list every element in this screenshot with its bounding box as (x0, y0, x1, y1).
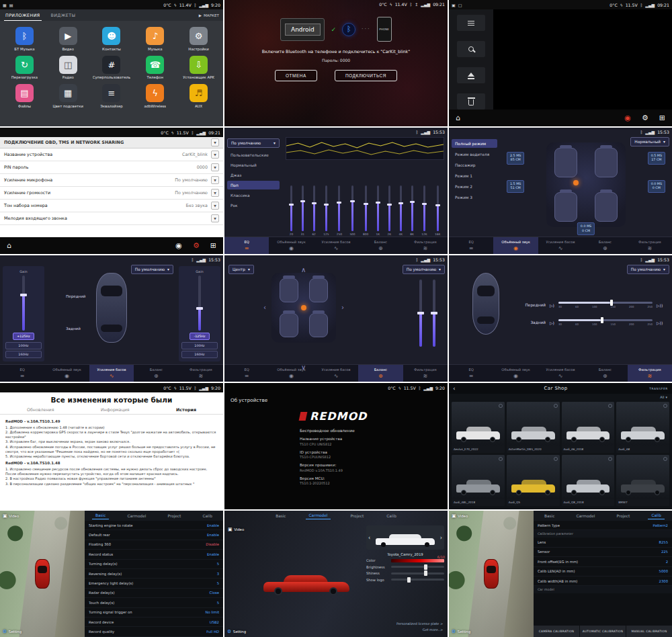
slider-knob[interactable] (417, 312, 424, 314)
launcher-tab[interactable]: ВИДЖЕТЫ (50, 10, 77, 21)
dropdown-button[interactable]: ▼ (211, 214, 219, 222)
audio-tab[interactable]: Объёмный звук ◉ (44, 365, 89, 382)
app-shortcut[interactable]: # Суперпользователь (90, 56, 134, 80)
brightness-slider[interactable] (391, 566, 444, 568)
audio-tab[interactable]: Объёмный звук ◉ (493, 237, 538, 254)
playlist-button[interactable] (457, 15, 485, 31)
settings-row[interactable]: PIN пароль 0000 ▼ (0, 161, 223, 174)
setting-button[interactable]: ⚙Setting (452, 629, 470, 634)
setting-button[interactable]: ⚙Setting (3, 629, 22, 634)
select-circle[interactable] (499, 457, 503, 461)
panel-tab[interactable]: Carmodel (306, 512, 331, 519)
eq-slider[interactable] (338, 185, 340, 231)
mode-item[interactable]: Режим 2 (452, 182, 497, 191)
select-circle[interactable] (663, 457, 667, 461)
panel-tab[interactable]: Calib (199, 513, 216, 519)
settings-row[interactable]: Тон набора номера Без звука ▼ (0, 200, 223, 212)
car-card[interactable]: BMW7 (616, 455, 669, 506)
preset-item[interactable]: Пользовательские (227, 151, 280, 159)
setting-value[interactable]: Enable (207, 552, 219, 556)
dropdown-button[interactable]: ▼ (211, 151, 219, 159)
market-button[interactable]: ▶ МАРКЕТ (199, 13, 219, 17)
audio-tab[interactable]: Фильтрация ≋ (628, 237, 672, 254)
changelog-tab[interactable]: Обновления (27, 407, 54, 412)
select-circle[interactable] (663, 404, 667, 408)
audio-tab[interactable]: Фильтрация ≋ (179, 365, 223, 382)
gain-slider[interactable] (22, 275, 25, 331)
pattern-row[interactable]: Pattern Type Pattern2 (534, 521, 672, 530)
audio-tab[interactable]: Усиление басов ∿ (538, 237, 583, 254)
settings-row[interactable]: Усиление микрофона По умолчанию ▼ (0, 174, 223, 187)
mode-item[interactable]: Режим 1 (452, 171, 497, 180)
eq-slider[interactable] (325, 185, 327, 231)
eq-slider[interactable] (437, 185, 439, 231)
freq-button[interactable]: 100Hz (181, 342, 218, 349)
audio-tab[interactable]: EQ ≡ (224, 365, 269, 382)
select-circle[interactable] (554, 404, 558, 408)
panel-tab[interactable]: Calib (648, 512, 665, 519)
settings-row[interactable]: Record quality Full HD (85, 627, 223, 636)
panel-tab[interactable]: Carmodel (124, 513, 149, 519)
settings-row[interactable]: Calib LEN(AD in mm) 5000 (534, 567, 672, 577)
freq-chip[interactable]: +125Hz (13, 333, 34, 340)
search-button[interactable] (457, 41, 485, 57)
panel-tab[interactable]: Project (164, 513, 184, 519)
balance-slider[interactable] (433, 280, 435, 347)
default-button[interactable]: По умолчанию ▾ (627, 265, 669, 274)
recent-apps-icon[interactable]: ▦ (3, 3, 7, 7)
slider-knob[interactable] (300, 200, 305, 202)
arrow-right-icon[interactable]: › (341, 304, 344, 311)
setting-value[interactable]: Full HD (206, 630, 219, 634)
audio-tab[interactable]: Фильтрация ≋ (628, 365, 672, 382)
balance-point[interactable] (301, 305, 306, 310)
video-button[interactable]: ▣Video (228, 527, 244, 532)
settings-row[interactable]: Record status Enable (85, 550, 223, 559)
seat-rear-right[interactable] (595, 192, 618, 222)
slider-knob[interactable] (324, 204, 329, 206)
audio-tab[interactable]: EQ ≡ (449, 237, 493, 254)
eq-slider[interactable] (302, 185, 304, 231)
slider-knob[interactable] (435, 204, 440, 206)
app-shortcut[interactable]: ↻ Перезагрузка (3, 56, 46, 80)
eq-slider[interactable] (365, 185, 367, 231)
changelog-body[interactable]: RedMOD - v.10A.TS10.1.49 1. Дополнение к… (0, 415, 223, 489)
video-button[interactable]: ▣Video (452, 513, 468, 519)
dropdown-button[interactable]: ▼ (211, 176, 219, 184)
eq-slider[interactable] (351, 185, 353, 231)
calibration-button[interactable]: CAMERA CALIBRATION (534, 626, 579, 637)
back-icon[interactable]: ‹ (453, 385, 462, 392)
audio-tab[interactable]: Усиление басов ∿ (314, 365, 358, 382)
home-button[interactable]: ⌂ (7, 241, 11, 250)
audio-tab[interactable]: Усиление басов ∿ (314, 237, 358, 254)
app-shortcut[interactable]: ☎ Телефон (133, 56, 177, 80)
connect-button[interactable]: ПОДКЛЮЧИТЬСЯ (335, 70, 397, 81)
get-more-link[interactable]: Get more..> (396, 627, 443, 632)
audio-tab[interactable]: Объёмный звук ◉ (493, 365, 538, 382)
slider-knob[interactable] (424, 564, 427, 570)
setting-value[interactable]: USB2 (210, 620, 219, 624)
panel-tab[interactable]: Basic (541, 513, 558, 519)
settings-row[interactable]: Front offset(EG in mm) 2 (534, 557, 672, 566)
settings-row[interactable]: Turning signal trigger on No limit (85, 608, 223, 618)
filter-all[interactable]: All (660, 395, 664, 399)
settings-row[interactable]: Turning delay(s) 5 (85, 560, 223, 569)
audio-tab[interactable]: Баланс ⊕ (134, 365, 178, 382)
setting-value[interactable]: 2 (666, 560, 668, 564)
audio-tab[interactable]: EQ ≡ (224, 237, 269, 254)
slider-knob[interactable] (410, 201, 415, 203)
video-button[interactable]: ▣Video (3, 513, 19, 519)
mode-item[interactable]: Пассажир (452, 161, 497, 169)
audio-tab[interactable]: Объёмный звук ◉ (269, 365, 313, 382)
car-card[interactable]: Audi_Q8_2018 (562, 455, 615, 506)
settings-row[interactable]: Мелодия входящего звонка ▼ (0, 212, 223, 225)
app-shortcut[interactable]: ᛒ БТ Музыка (3, 27, 46, 51)
eject-button[interactable] (457, 67, 485, 83)
logo-slider[interactable] (391, 579, 444, 581)
arrow-down-icon[interactable]: ∨ (301, 364, 306, 371)
car-card[interactable]: AstonMartin_DBS_2020 (507, 402, 560, 453)
settings-row[interactable]: Record device USB2 (85, 618, 223, 627)
gain-slider[interactable] (198, 275, 201, 331)
seat-front-right[interactable] (595, 148, 618, 177)
settings-row[interactable]: Radar delay(s) Close (85, 589, 223, 598)
preset-item[interactable]: Классика (227, 191, 280, 200)
